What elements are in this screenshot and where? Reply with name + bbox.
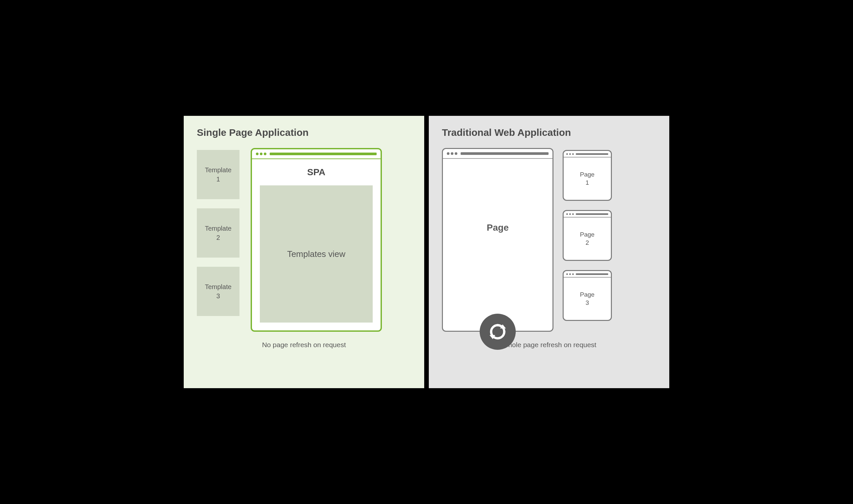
spa-browser-window: SPA Templates view [251, 148, 382, 332]
address-bar-icon [460, 152, 548, 155]
address-bar-icon [576, 273, 608, 275]
page-thumb-header [564, 271, 611, 277]
traditional-caption: Whole page refresh on request [442, 341, 656, 349]
template-box-1: Template 1 [197, 150, 239, 199]
window-dots-icon [566, 153, 574, 155]
template-column: Template 1 Template 2 Template 3 [197, 148, 239, 316]
spa-browser-header [252, 149, 381, 159]
template-box-2: Template 2 [197, 209, 239, 257]
main-page-browser: Page [442, 148, 553, 332]
diagram-canvas: Single Page Application Template 1 Templ… [184, 116, 669, 388]
window-dots-icon [566, 273, 574, 275]
address-bar-icon [270, 152, 377, 155]
main-page-header [443, 149, 552, 159]
page-thumb-2: Page 2 [563, 210, 612, 261]
address-bar-icon [576, 153, 608, 155]
template-box-3: Template 3 [197, 267, 239, 316]
spa-content-row: Template 1 Template 2 Template 3 SPA Tem… [197, 148, 411, 332]
page-thumb-1: Page 1 [563, 150, 612, 201]
spa-browser-body: SPA Templates view [252, 159, 381, 330]
window-dots-icon [447, 152, 457, 155]
traditional-panel-title: Traditional Web Application [442, 127, 656, 138]
page-thumb-label: Page 2 [580, 231, 595, 247]
spa-panel: Single Page Application Template 1 Templ… [184, 116, 424, 388]
traditional-panel: Traditional Web Application Page [429, 116, 669, 388]
address-bar-icon [576, 213, 608, 215]
spa-heading: SPA [307, 167, 325, 178]
pages-column: Page 1 Page 2 [563, 148, 612, 321]
page-thumb-header [564, 211, 611, 218]
page-thumb-label: Page 3 [580, 291, 595, 307]
refresh-icon [480, 314, 516, 350]
main-page-body: Page [443, 159, 552, 331]
spa-caption: No page refresh on request [197, 341, 411, 349]
traditional-content-row: Page [442, 148, 656, 332]
page-thumb-header [564, 151, 611, 158]
main-page-wrap: Page [442, 148, 553, 332]
page-heading: Page [487, 222, 509, 233]
window-dots-icon [566, 213, 574, 215]
page-thumb-3: Page 3 [563, 270, 612, 321]
window-dots-icon [256, 152, 267, 155]
spa-panel-title: Single Page Application [197, 127, 411, 138]
page-thumb-label: Page 1 [580, 170, 595, 187]
templates-view-region: Templates view [260, 185, 373, 323]
